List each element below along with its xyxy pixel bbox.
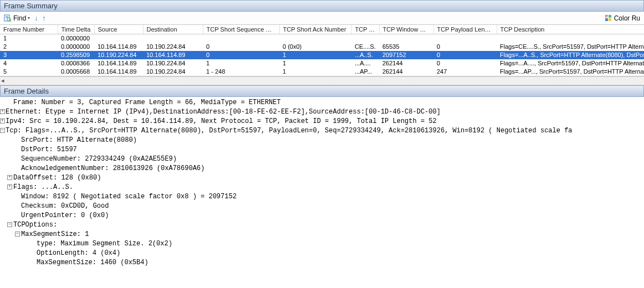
tree-node-text: UrgentPointer: 0 (0x0) bbox=[21, 211, 109, 220]
tree-node-text: Checksum: 0xCD0D, Good bbox=[21, 202, 109, 211]
find-button[interactable]: Find ▾ bbox=[2, 14, 32, 22]
cell-win bbox=[379, 34, 433, 43]
tree-node[interactable]: +Ethernet: Etype = Internet IP (IPv4),De… bbox=[0, 107, 644, 117]
cell-seq: 1 bbox=[203, 59, 279, 68]
tree-node-text: type: Maximum Segment Size. 2(0x2) bbox=[37, 239, 172, 249]
tree-node[interactable]: −TCPOptions: bbox=[0, 220, 644, 230]
tree-node[interactable]: −Tcp: Flags=...A..S., SrcPort=HTTP Alter… bbox=[0, 126, 644, 136]
tree-node-text: MaxSegmentSize: 1460 (0x5B4) bbox=[37, 258, 149, 268]
tree-node[interactable]: SrcPort: HTTP Alternate(8080) bbox=[0, 136, 644, 145]
tree-node[interactable]: Checksum: 0xCD0D, Good bbox=[0, 202, 644, 211]
tree-node-text: MaxSegmentSize: 1 bbox=[21, 230, 89, 239]
tree-node[interactable]: type: Maximum Segment Size. 2(0x2) bbox=[0, 239, 644, 249]
column-header[interactable]: TCP Description bbox=[497, 25, 644, 34]
tree-node-text: Ipv4: Src = 10.190.224.84, Dest = 10.164… bbox=[6, 117, 437, 126]
svg-line-4 bbox=[10, 20, 11, 22]
frame-summary-toolbar: Find ▾ ↓ ↑ ab Color Ru bbox=[0, 12, 644, 25]
tree-node-text: SequenceNumber: 2729334249 (0xA2AE55E9) bbox=[21, 155, 177, 164]
tree-node[interactable]: Frame: Number = 3, Captured Frame Length… bbox=[0, 98, 644, 107]
expand-icon[interactable]: + bbox=[7, 184, 12, 189]
tree-node[interactable]: AcknowledgementNumber: 2810613926 (0xA78… bbox=[0, 164, 644, 173]
find-dropdown-icon: ▾ bbox=[28, 16, 30, 20]
expand-icon[interactable]: + bbox=[0, 119, 5, 124]
table-row[interactable]: 20.000000010.164.114.8910.190.224.8400 (… bbox=[0, 43, 644, 51]
column-header[interactable]: TCP Short Sequence Range bbox=[203, 25, 279, 34]
color-rules-button[interactable]: ab Color Ru bbox=[603, 14, 642, 22]
color-rules-icon: ab bbox=[605, 14, 612, 22]
column-header[interactable]: Destination bbox=[143, 25, 203, 34]
tree-gutter: + bbox=[0, 173, 13, 183]
tree-node-text: Tcp: Flags=...A..S., SrcPort=HTTP Altern… bbox=[6, 126, 573, 136]
horizontal-scrollbar[interactable]: ◂ bbox=[0, 76, 644, 85]
frame-details-tree[interactable]: Frame: Number = 3, Captured Frame Length… bbox=[0, 97, 644, 269]
cell-win: 65535 bbox=[379, 43, 433, 51]
cell-desc: Flags=...AP..., SrcPort=51597, DstPort=H… bbox=[497, 68, 644, 76]
tree-node[interactable]: OptionLength: 4 (0x4) bbox=[0, 249, 644, 258]
collapse-icon[interactable]: − bbox=[15, 232, 20, 236]
table-row[interactable]: 50.000566810.164.114.8910.190.224.841 - … bbox=[0, 68, 644, 76]
cell-src: 10.164.114.89 bbox=[94, 68, 143, 76]
table-row[interactable]: 40.000836610.164.114.8910.190.224.8411..… bbox=[0, 59, 644, 68]
frame-summary-grid[interactable]: Frame NumberTime DeltaSourceDestinationT… bbox=[0, 25, 644, 76]
cell-flags: ...AP... bbox=[351, 68, 379, 76]
cell-flags bbox=[351, 34, 379, 43]
cell-num: 3 bbox=[0, 51, 58, 59]
cell-dst: 10.190.224.84 bbox=[143, 59, 203, 68]
tree-gutter: + bbox=[0, 117, 6, 126]
expand-icon[interactable]: + bbox=[0, 109, 5, 114]
cell-ack bbox=[279, 34, 351, 43]
tree-node[interactable]: UrgentPointer: 0 (0x0) bbox=[0, 211, 644, 220]
tree-node[interactable]: SequenceNumber: 2729334249 (0xA2AE55E9) bbox=[0, 155, 644, 164]
find-icon bbox=[4, 14, 12, 22]
cell-delta: 0.0000000 bbox=[58, 43, 94, 51]
table-row[interactable]: 30.259850910.190.224.8410.164.114.8901..… bbox=[0, 51, 644, 59]
tree-node[interactable]: +Flags: ...A..S. bbox=[0, 183, 644, 192]
scroll-left-icon[interactable]: ◂ bbox=[1, 77, 4, 84]
cell-dst: 10.190.224.84 bbox=[143, 43, 203, 51]
cell-flags: CE....S. bbox=[351, 43, 379, 51]
tree-gutter: − bbox=[0, 126, 6, 136]
cell-ack: 1 bbox=[279, 68, 351, 76]
cell-seq: 1 - 248 bbox=[203, 68, 279, 76]
cell-desc: Flags=...A..S., SrcPort=HTTP Alternate(8… bbox=[497, 51, 644, 59]
tree-gutter: − bbox=[0, 220, 13, 230]
cell-desc: Flags=...A...., SrcPort=51597, DstPort=H… bbox=[497, 59, 644, 68]
column-header[interactable]: Frame Number bbox=[0, 25, 58, 34]
cell-ack: 0 (0x0) bbox=[279, 43, 351, 51]
arrow-up-button[interactable]: ↑ bbox=[40, 14, 47, 22]
column-header[interactable]: TCP Payload Length bbox=[433, 25, 497, 34]
cell-num: 1 bbox=[0, 34, 58, 43]
collapse-icon[interactable]: − bbox=[7, 222, 12, 227]
svg-rect-7 bbox=[605, 18, 608, 21]
cell-desc: Flags=CE....S., SrcPort=51597, DstPort=H… bbox=[497, 43, 644, 51]
tree-node[interactable]: MaxSegmentSize: 1460 (0x5B4) bbox=[0, 258, 644, 268]
tree-node-text: AcknowledgementNumber: 2810613926 (0xA78… bbox=[21, 164, 205, 173]
arrow-down-button[interactable]: ↓ bbox=[33, 14, 39, 22]
tree-node-text: TCPOptions: bbox=[13, 220, 57, 230]
cell-seq: 0 bbox=[203, 51, 279, 59]
cell-len: 0 bbox=[433, 51, 497, 59]
expand-icon[interactable]: + bbox=[7, 175, 12, 180]
grid-header-row[interactable]: Frame NumberTime DeltaSourceDestinationT… bbox=[0, 25, 644, 34]
cell-src: 10.164.114.89 bbox=[94, 43, 143, 51]
table-row[interactable]: 10.0000000 bbox=[0, 34, 644, 43]
cell-delta: 0.0005668 bbox=[58, 68, 94, 76]
column-header[interactable]: TCP Fl... bbox=[351, 25, 379, 34]
tree-node[interactable]: +DataOffset: 128 (0x80) bbox=[0, 173, 644, 183]
tree-node[interactable]: −MaxSegmentSize: 1 bbox=[0, 230, 644, 239]
tree-node[interactable]: +Ipv4: Src = 10.190.224.84, Dest = 10.16… bbox=[0, 117, 644, 126]
frame-summary-grid-wrap: Frame NumberTime DeltaSourceDestinationT… bbox=[0, 25, 644, 76]
column-header[interactable]: Time Delta bbox=[58, 25, 94, 34]
cell-dst: 10.164.114.89 bbox=[143, 51, 203, 59]
cell-dst bbox=[143, 34, 203, 43]
column-header[interactable]: Source bbox=[94, 25, 143, 34]
cell-src bbox=[94, 34, 143, 43]
cell-delta: 0.0000000 bbox=[58, 34, 94, 43]
tree-node[interactable]: Window: 8192 ( Negotiated scale factor 0… bbox=[0, 192, 644, 202]
column-header[interactable]: TCP Short Ack Number bbox=[279, 25, 351, 34]
column-header[interactable]: TCP Window Size bbox=[379, 25, 433, 34]
cell-num: 4 bbox=[0, 59, 58, 68]
tree-node-text: Flags: ...A..S. bbox=[13, 183, 73, 192]
tree-node[interactable]: DstPort: 51597 bbox=[0, 145, 644, 155]
collapse-icon[interactable]: − bbox=[0, 128, 5, 133]
